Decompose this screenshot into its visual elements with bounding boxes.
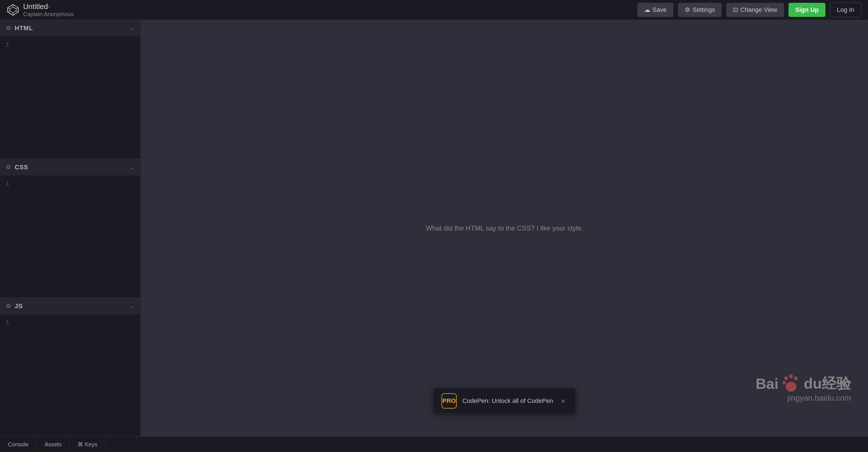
bottom-bar: Console Assets ⌘ Keys <box>0 436 868 452</box>
css-editor-section: ⚙ CSS ⌄ 1 <box>0 159 141 298</box>
css-collapse-icon[interactable]: ⌄ <box>130 164 135 171</box>
login-button[interactable]: Log In <box>830 3 861 17</box>
html-editor-header: ⚙ HTML ⌄ <box>0 20 141 36</box>
svg-line-2 <box>8 8 10 9</box>
html-settings-icon[interactable]: ⚙ <box>6 25 11 32</box>
codepen-logo-icon <box>7 4 19 16</box>
pen-author: Captain Anonymous <box>23 11 73 18</box>
toast-message: CodePen: Unlock all of CodePen <box>463 397 553 404</box>
svg-line-4 <box>8 11 10 12</box>
js-settings-icon[interactable]: ⚙ <box>6 302 11 310</box>
preview-joke-text: What did the HTML say to the CSS? I like… <box>426 224 583 232</box>
css-editor-header: ⚙ CSS ⌄ <box>0 159 141 176</box>
top-nav: Untitled· Captain Anonymous ☁ Save ⚙ Set… <box>0 0 868 20</box>
css-lang-label: CSS <box>15 164 28 171</box>
svg-point-9 <box>789 374 793 379</box>
toast-close-button[interactable]: × <box>559 396 567 406</box>
html-line-1: 1 <box>0 39 141 51</box>
editors-panel: ⚙ HTML ⌄ 1 ⚙ CSS ⌄ 1 <box>0 20 141 436</box>
js-editor-section: ⚙ JS ⌄ 1 <box>0 298 141 436</box>
js-collapse-icon[interactable]: ⌄ <box>130 302 135 310</box>
pen-info: Untitled· Captain Anonymous <box>23 2 73 18</box>
monitor-icon: ⊡ <box>733 6 738 13</box>
baidu-text-du: du经验 <box>804 374 851 394</box>
baidu-watermark: Bai du经验 jingyan.baidu.com <box>756 374 851 403</box>
js-lang-label: JS <box>15 302 23 310</box>
svg-point-10 <box>794 376 798 380</box>
svg-marker-1 <box>10 7 17 13</box>
cloud-icon: ☁ <box>644 6 650 13</box>
baidu-text-bai: Bai <box>756 375 779 392</box>
js-editor-body[interactable]: 1 <box>0 314 141 436</box>
main-content: ⚙ HTML ⌄ 1 ⚙ CSS ⌄ 1 <box>0 20 868 436</box>
nav-buttons: ☁ Save ⚙ Settings ⊡ Change View Sign Up … <box>637 3 861 17</box>
svg-line-5 <box>16 11 18 12</box>
svg-line-3 <box>16 8 18 9</box>
css-editor-body[interactable]: 1 <box>0 176 141 298</box>
settings-gear-icon: ⚙ <box>685 6 690 13</box>
toast: PRO CodePen: Unlock all of CodePen × <box>433 388 576 414</box>
preview-panel: What did the HTML say to the CSS? I like… <box>141 20 868 436</box>
svg-point-11 <box>782 381 786 384</box>
html-lang-label: HTML <box>15 25 33 32</box>
baidu-url: jingyan.baidu.com <box>756 394 851 403</box>
svg-point-12 <box>786 382 797 392</box>
settings-button[interactable]: ⚙ Settings <box>678 3 722 17</box>
html-editor-body[interactable]: 1 <box>0 36 141 158</box>
tab-keys[interactable]: ⌘ Keys <box>70 437 105 452</box>
logo-area: Untitled· Captain Anonymous <box>7 2 73 18</box>
html-editor-section: ⚙ HTML ⌄ 1 <box>0 20 141 159</box>
pro-badge: PRO <box>442 393 457 409</box>
change-view-button[interactable]: ⊡ Change View <box>726 3 784 17</box>
baidu-paw-icon <box>781 374 801 394</box>
tab-assets[interactable]: Assets <box>37 437 70 452</box>
tab-console[interactable]: Console <box>0 437 37 452</box>
svg-point-8 <box>784 376 788 380</box>
js-editor-header: ⚙ JS ⌄ <box>0 298 141 314</box>
js-line-1: 1 <box>0 317 141 329</box>
save-button[interactable]: ☁ Save <box>637 3 674 17</box>
css-line-1: 1 <box>0 178 141 190</box>
signup-button[interactable]: Sign Up <box>788 3 826 17</box>
pen-title[interactable]: Untitled· <box>23 2 73 11</box>
css-settings-icon[interactable]: ⚙ <box>6 164 11 171</box>
html-collapse-icon[interactable]: ⌄ <box>130 25 135 32</box>
toast-container: PRO CodePen: Unlock all of CodePen × <box>433 388 576 414</box>
